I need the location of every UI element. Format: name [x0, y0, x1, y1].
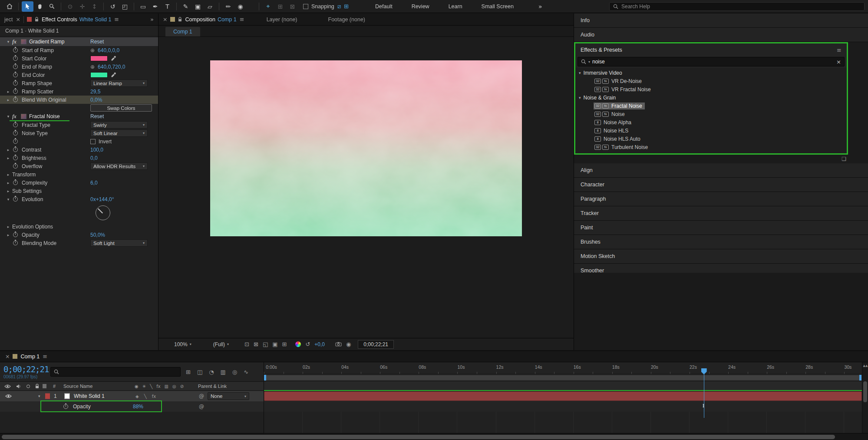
effect-header-gradient-ramp[interactable]: ▾ fx Gradient Ramp Reset	[0, 37, 158, 46]
exposure-value[interactable]: +0,0	[314, 341, 325, 347]
stopwatch-icon[interactable]	[13, 155, 18, 160]
pen-tool-button[interactable]: ✒	[149, 1, 161, 12]
noise-type-dropdown[interactable]: Soft Linear ▾	[90, 129, 148, 137]
twirl-right-icon[interactable]: ▸	[4, 89, 12, 94]
roto-brush-tool-button[interactable]: ✏	[222, 1, 234, 12]
frame-blend-column-icon[interactable]: ▥	[165, 384, 168, 389]
snapping-checkbox[interactable]	[303, 4, 308, 9]
parent-link-column-header[interactable]: Parent & Link	[198, 384, 227, 389]
label-column-icon[interactable]	[43, 384, 46, 388]
twirl-right-icon[interactable]: ▸	[4, 189, 12, 193]
workspace-review[interactable]: Review	[402, 3, 439, 10]
dolly-camera-tool-button[interactable]: ↕	[89, 1, 100, 12]
stopwatch-icon[interactable]	[13, 48, 18, 53]
viewer-tab-comp1[interactable]: Comp 1	[165, 27, 200, 36]
panel-menu-icon[interactable]: ≡	[43, 353, 47, 360]
reset-button[interactable]: Reset	[90, 113, 104, 119]
opacity-value[interactable]: 88%	[133, 404, 143, 410]
zoom-tool-button[interactable]	[46, 1, 58, 12]
twirl-down-icon[interactable]: ▾	[579, 96, 581, 100]
effects-presets-search[interactable]: ▾ ×	[578, 57, 845, 66]
workspace-learn[interactable]: Learn	[439, 3, 472, 10]
composition-viewer[interactable]	[158, 37, 574, 338]
stopwatch-icon[interactable]	[13, 122, 18, 127]
playhead-line[interactable]	[704, 369, 705, 418]
workspace-small-screen[interactable]: Small Screen	[472, 3, 523, 10]
stopwatch-icon[interactable]	[13, 147, 18, 152]
end-color-swatch[interactable]	[90, 72, 108, 78]
tab-overflow-icon[interactable]: »	[150, 16, 154, 23]
current-timecode[interactable]: 0;00;22;21	[3, 364, 49, 374]
effect-item-turbulent-noise[interactable]: 32 fx Turbulent Noise	[575, 143, 847, 151]
timeline-search-input[interactable]	[62, 369, 177, 375]
ramp-shape-dropdown[interactable]: Linear Ramp ▾	[90, 79, 148, 87]
tab-footage[interactable]: Footage (none)	[328, 17, 365, 23]
close-icon[interactable]: ×	[5, 353, 10, 360]
solo-column-icon[interactable]	[26, 384, 30, 388]
tab-composition[interactable]: Composition Comp 1	[185, 17, 236, 23]
search-filter-caret-icon[interactable]: ▾	[588, 60, 590, 64]
twirl-down-icon[interactable]: ▾	[4, 197, 12, 202]
panel-header-tracker[interactable]: Tracker	[574, 206, 868, 221]
effect-item-vr-fractal-noise[interactable]: 32 fx VR Fractal Noise	[575, 85, 847, 93]
group-row-sub-settings[interactable]: ▸ Sub Settings	[0, 187, 158, 195]
fx-badge-icon[interactable]: fx	[12, 38, 21, 45]
pan-camera-tool-button[interactable]: ✛	[76, 1, 88, 12]
parent-dropdown[interactable]: None ▾	[208, 392, 249, 400]
layer-label-chip[interactable]	[45, 394, 50, 399]
twirl-right-icon[interactable]: ▸	[4, 156, 12, 160]
shy-column-icon[interactable]: ◉	[135, 384, 139, 389]
panel-menu-icon[interactable]: ≡	[240, 16, 244, 23]
hide-shy-layers-icon[interactable]: ◔	[209, 369, 214, 375]
work-area-in-handle[interactable]	[264, 375, 266, 380]
workspace-default[interactable]: Default	[366, 3, 402, 10]
blending-mode-dropdown[interactable]: Soft Light ▾	[90, 239, 148, 247]
axis-local-button[interactable]: ⌖	[262, 1, 274, 12]
scrollbar-thumb[interactable]	[2, 435, 835, 439]
stopwatch-icon[interactable]	[13, 73, 18, 77]
timeline-zoom-icons[interactable]: ▲▲	[863, 364, 868, 367]
param-value[interactable]: 6,0	[90, 180, 98, 186]
group-row-transform[interactable]: ▸ Transform	[0, 170, 158, 179]
tab-layer[interactable]: Layer (none)	[267, 17, 297, 23]
workspace-overflow-icon[interactable]: »	[538, 3, 542, 10]
effects-presets-header[interactable]: Effects & Presets ≡	[575, 43, 847, 56]
stopwatch-icon[interactable]	[13, 139, 18, 144]
panel-header-character[interactable]: Character	[574, 178, 868, 192]
param-value[interactable]: 100,0	[90, 147, 103, 153]
timeline-tracks[interactable]: 0:00s 02s 04s 06s 08s 10s 12s 14s 16s 18…	[264, 362, 868, 433]
snapping-control[interactable]: Snapping ⧄ ⊞	[303, 3, 349, 10]
effects-presets-search-input[interactable]	[592, 59, 834, 65]
lock-column-icon[interactable]	[35, 384, 39, 389]
twirl-down-icon[interactable]: ▾	[4, 114, 12, 119]
param-value[interactable]: 50,0%	[90, 232, 105, 238]
eye-column-icon[interactable]	[4, 384, 11, 388]
orbit-camera-tool-button[interactable]: ⊙	[64, 1, 76, 12]
effect-name[interactable]: Gradient Ramp	[29, 39, 64, 45]
source-name-column-header[interactable]: Source Name	[63, 384, 92, 389]
axis-view-button[interactable]: ⊠	[287, 1, 298, 12]
work-area-out-handle[interactable]	[859, 375, 861, 380]
rotation-tool-button[interactable]: ↺	[107, 1, 119, 12]
timeline-search-box[interactable]	[50, 367, 181, 377]
layer-track[interactable]	[264, 391, 862, 401]
panel-header-paint[interactable]: Paint	[574, 221, 868, 235]
panel-header-paragraph[interactable]: Paragraph	[574, 192, 868, 206]
index-column-header[interactable]: #	[53, 384, 56, 389]
work-area-thumb[interactable]	[266, 375, 860, 380]
draft-3d-icon[interactable]: ◫	[197, 369, 202, 375]
overflow-dropdown[interactable]: Allow HDR Results ▾	[90, 162, 148, 170]
fractal-type-dropdown[interactable]: Swirly ▾	[90, 121, 148, 129]
close-icon[interactable]: ×	[163, 16, 167, 23]
stopwatch-icon[interactable]	[13, 81, 18, 86]
effect-item-noise-alpha[interactable]: 8 Noise Alpha	[575, 118, 847, 126]
audio-column-icon[interactable]	[16, 384, 21, 388]
type-tool-button[interactable]: T	[162, 1, 173, 12]
empty-track-area[interactable]	[264, 412, 862, 433]
param-value[interactable]: 0,0	[90, 155, 98, 161]
eyedropper-icon[interactable]	[111, 56, 116, 61]
mask-shape-tool-button[interactable]: ▭	[137, 1, 149, 12]
show-snapshot-icon[interactable]: ◉	[346, 341, 351, 347]
stopwatch-icon[interactable]	[13, 232, 18, 237]
twirl-right-icon[interactable]: ▸	[4, 181, 12, 185]
